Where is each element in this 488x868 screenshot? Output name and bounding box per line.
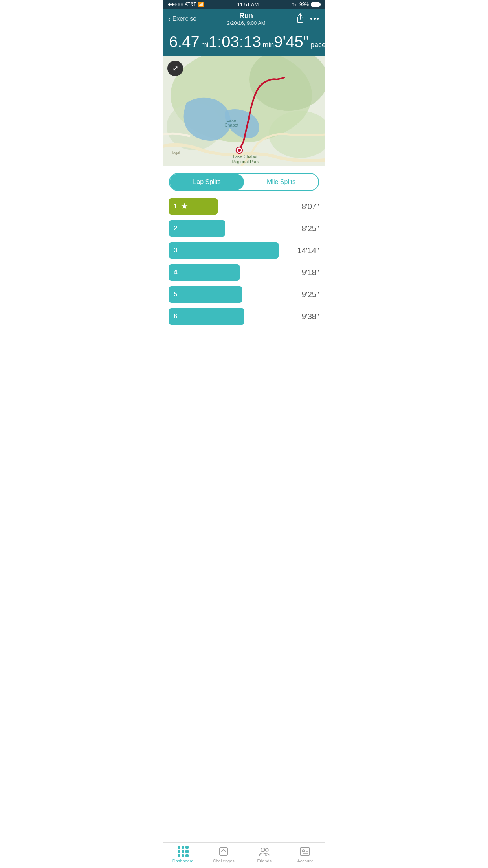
split-bar-5: 5	[169, 286, 242, 303]
exercise-title: Run	[227, 12, 265, 20]
split-time-2: 8'25"	[296, 224, 319, 233]
stat-pace: 9'45"pace	[274, 34, 325, 50]
split-row-5: 59'25"	[169, 286, 319, 303]
exercise-subtitle: 2/20/16, 9:00 AM	[227, 20, 265, 26]
wifi-icon: 📶	[198, 2, 204, 7]
split-number-2: 2	[174, 224, 177, 232]
svg-point-12	[238, 149, 241, 152]
battery-indicator	[311, 2, 320, 7]
back-label: Exercise	[172, 15, 196, 22]
status-bar: AT&T 📶 11:51 AM ℡ 99%	[163, 0, 325, 9]
signal-dots	[168, 3, 183, 6]
split-row-4: 49'18"	[169, 264, 319, 281]
map-svg: Lake Chabot Lake Chabot Regional Park le…	[163, 56, 325, 166]
split-bar-wrap-6: 6	[169, 308, 291, 325]
splits-toggle[interactable]: Lap Splits Mile Splits	[169, 173, 319, 191]
split-bar-wrap-4: 4	[169, 264, 291, 281]
splits-list: 1★8'07"28'25"314'14"49'18"59'25"69'38"	[163, 198, 325, 337]
share-icon[interactable]	[296, 13, 305, 25]
more-options-icon[interactable]: •••	[310, 15, 320, 23]
split-number-1: 1	[174, 202, 177, 210]
split-time-5: 9'25"	[296, 290, 319, 299]
split-number-4: 4	[174, 268, 177, 276]
svg-text:legal: legal	[172, 151, 180, 155]
split-time-6: 9'38"	[296, 312, 319, 321]
nav-header: ‹ Exercise Run 2/20/16, 9:00 AM •••	[163, 9, 325, 30]
split-bar-6: 6	[169, 308, 244, 325]
map-expand-button[interactable]: ⤢	[167, 61, 183, 76]
stat-duration: 1:03:13min	[209, 34, 274, 50]
signal-dot-4	[178, 3, 180, 6]
expand-arrows-icon: ⤢	[172, 64, 178, 73]
lap-splits-tab[interactable]: Lap Splits	[170, 174, 244, 190]
status-right: ℡ 99%	[292, 2, 320, 7]
split-time-4: 9'18"	[296, 268, 319, 277]
best-split-star-icon: ★	[181, 202, 187, 211]
signal-dot-3	[174, 3, 177, 6]
split-time-3: 14'14"	[296, 246, 319, 255]
pace-value: 9'45"pace	[274, 34, 325, 50]
stat-distance: 6.47mi	[169, 34, 209, 50]
stats-bar: 6.47mi 1:03:13min 9'45"pace	[163, 30, 325, 56]
split-row-1: 1★8'07"	[169, 198, 319, 215]
svg-text:Chabot: Chabot	[224, 123, 238, 127]
nav-actions: •••	[296, 13, 320, 25]
svg-text:Lake: Lake	[227, 118, 236, 123]
split-bar-2: 2	[169, 220, 225, 237]
mile-splits-tab[interactable]: Mile Splits	[244, 174, 318, 190]
split-number-5: 5	[174, 291, 177, 298]
split-bar-1: 1★	[169, 198, 218, 215]
split-row-2: 28'25"	[169, 220, 319, 237]
carrier-label: AT&T	[185, 2, 196, 7]
bluetooth-icon: ℡	[292, 2, 297, 7]
split-number-3: 3	[174, 246, 177, 254]
status-time: 11:51 AM	[237, 2, 259, 7]
split-bar-3: 3	[169, 242, 279, 259]
back-chevron-icon: ‹	[168, 15, 171, 23]
nav-title-block: Run 2/20/16, 9:00 AM	[227, 12, 265, 26]
distance-value: 6.47mi	[169, 34, 209, 50]
split-bar-wrap-2: 2	[169, 220, 291, 237]
back-button[interactable]: ‹ Exercise	[168, 15, 196, 23]
signal-dot-5	[181, 3, 183, 6]
split-bar-4: 4	[169, 264, 240, 281]
signal-dot-2	[171, 3, 174, 6]
split-bar-wrap-1: 1★	[169, 198, 291, 215]
duration-value: 1:03:13min	[209, 34, 274, 50]
split-row-3: 314'14"	[169, 242, 319, 259]
split-bar-wrap-3: 3	[169, 242, 291, 259]
battery-percentage: 99%	[299, 2, 309, 7]
split-number-6: 6	[174, 313, 177, 320]
signal-dot-1	[168, 3, 171, 6]
split-bar-wrap-5: 5	[169, 286, 291, 303]
status-left: AT&T 📶	[168, 2, 204, 7]
map-container: Lake Chabot Lake Chabot Regional Park le…	[163, 56, 325, 166]
svg-text:Regional Park: Regional Park	[231, 159, 259, 164]
split-row-6: 69'38"	[169, 308, 319, 325]
svg-text:Lake Chabot: Lake Chabot	[233, 154, 257, 159]
split-time-1: 8'07"	[296, 202, 319, 211]
